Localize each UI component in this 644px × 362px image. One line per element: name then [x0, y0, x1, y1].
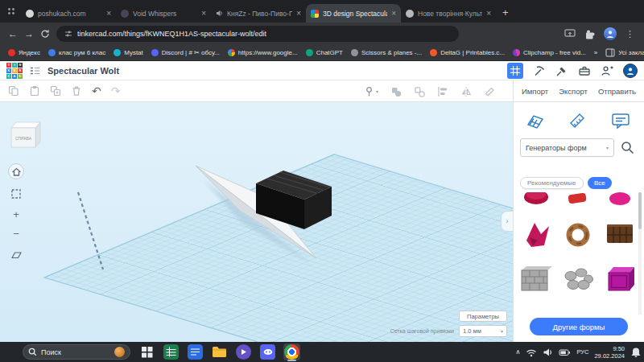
view-cube[interactable]: СПРАВА — [6, 117, 43, 152]
app-icon-chat[interactable] — [259, 343, 276, 360]
workplane-tool-icon[interactable] — [522, 110, 549, 131]
group-icon[interactable] — [390, 86, 402, 97]
perspective-toggle-button[interactable] — [8, 246, 24, 262]
tab-close-icon[interactable]: × — [201, 10, 206, 18]
mirror-flip-icon[interactable] — [460, 86, 472, 97]
zoom-out-button[interactable]: − — [8, 225, 24, 241]
align-icon[interactable] — [437, 86, 448, 97]
home-view-button[interactable] — [8, 163, 24, 179]
workplane-pin-dropdown[interactable]: ▾ — [364, 86, 378, 97]
bookmark-yandex[interactable]: Яндекс — [8, 49, 40, 56]
reload-button[interactable] — [40, 29, 50, 39]
shape-thumbnail-pink-blob[interactable] — [601, 192, 639, 208]
search-highlight-icon[interactable] — [114, 347, 125, 357]
browser-tab-tinkercad[interactable]: 3D design Spectacular Wolt × — [306, 4, 401, 23]
briefcase-icon[interactable] — [578, 64, 591, 77]
tab-search-icon[interactable] — [5, 5, 18, 18]
shape-generators-dropdown[interactable]: Генераторы форм ▾ — [520, 138, 614, 157]
forward-button[interactable]: → — [24, 29, 34, 39]
site-settings-icon[interactable] — [64, 30, 72, 38]
file-explorer-icon[interactable] — [211, 343, 228, 360]
panel-scrollbar[interactable] — [638, 192, 642, 315]
paste-icon[interactable] — [29, 85, 40, 97]
shape-thumbnail-chocolate-bar[interactable] — [601, 215, 639, 253]
shape-search-icon[interactable] — [621, 141, 634, 154]
extensions-puzzle-icon[interactable] — [584, 29, 595, 39]
design-title[interactable]: Spectacular Wolt — [47, 66, 119, 76]
export-button[interactable]: Экспорт — [559, 87, 588, 96]
bookmark-classroom[interactable]: клас рум 6 клас — [48, 49, 105, 56]
browser-tab-void-whispers[interactable]: Void Whispers × — [116, 4, 211, 23]
back-button[interactable]: ← — [8, 29, 18, 39]
profile-avatar[interactable] — [604, 27, 617, 40]
filter-tab-all[interactable]: Все — [588, 177, 612, 189]
duplicate-icon[interactable] — [50, 85, 61, 97]
app-icon-media[interactable] — [235, 343, 252, 360]
zoom-in-button[interactable]: + — [8, 206, 24, 222]
send-button[interactable]: Отправить — [598, 87, 636, 96]
undo-button[interactable]: ↶ — [92, 85, 101, 97]
ruler-helper-icon[interactable] — [564, 110, 591, 131]
chrome-icon[interactable] — [283, 343, 300, 360]
copy-icon[interactable] — [8, 85, 19, 97]
all-bookmarks-button[interactable]: Усі закладки — [605, 48, 644, 57]
shape-thumbnail-cobblestone[interactable] — [559, 260, 597, 298]
shape-thumbnail-bronze-knot[interactable] — [559, 215, 597, 253]
scrollbar-thumb[interactable] — [638, 192, 642, 229]
cast-icon[interactable] — [564, 29, 576, 39]
bookmarks-overflow-chevrons[interactable]: » — [594, 49, 597, 56]
taskbar-clock[interactable]: 9:50 29.02.2024 — [594, 345, 625, 360]
brick-build-icon[interactable] — [555, 64, 568, 77]
battery-icon[interactable] — [559, 348, 571, 357]
blocks-grid-button[interactable] — [507, 63, 523, 79]
browser-tab-poshukach[interactable]: poshukach.com × — [21, 4, 116, 23]
tinkercad-logo[interactable]: TIN KER CAD — [6, 63, 23, 79]
language-indicator[interactable]: РУС — [576, 348, 588, 356]
tab-close-icon[interactable]: × — [391, 10, 396, 18]
browser-tab-kulti[interactable]: Нове творіння·Культи × — [401, 4, 496, 23]
bookmark-clipchamp[interactable]: Clipchamp - free vid... — [513, 49, 586, 56]
notes-comment-icon[interactable] — [607, 110, 634, 131]
minecraft-pickaxe-icon[interactable] — [533, 64, 546, 77]
bookmark-chatgpt[interactable]: ChatGPT — [306, 49, 343, 56]
wifi-icon[interactable] — [526, 348, 537, 357]
bookmark-scissors[interactable]: Scissors & planes -... — [351, 49, 422, 56]
ruler-tool-icon[interactable] — [484, 86, 495, 97]
import-button[interactable]: Импорт — [522, 87, 548, 96]
url-omnibox[interactable]: tinkercad.com/things/fKWNEQ1H1AS-spectac… — [56, 26, 459, 42]
more-shapes-button[interactable]: Другие формы — [530, 318, 628, 335]
app-icon-document[interactable] — [187, 343, 204, 360]
bookmark-deltag[interactable]: DeltaG | Printables.c... — [430, 49, 505, 56]
taskbar-search-box[interactable]: Поиск — [23, 344, 130, 360]
filter-tab-recommended[interactable]: Рекомендуемые — [520, 177, 584, 189]
viewport-3d[interactable]: СПРАВА + − › Параметры Сетка шаговой при… — [0, 102, 513, 342]
bookmark-discord[interactable]: Discord | # ✂ обсу... — [151, 49, 220, 56]
shape-thumbnail-stone-wall[interactable] — [517, 260, 555, 298]
user-avatar[interactable] — [623, 64, 638, 78]
design-menu-icon[interactable] — [30, 66, 40, 76]
panel-collapse-handle[interactable]: › — [501, 211, 513, 232]
tab-close-icon[interactable]: × — [106, 10, 111, 18]
bookmark-mystat[interactable]: Mystat — [114, 49, 143, 56]
viewport-canvas[interactable] — [0, 102, 513, 342]
grid-params-button[interactable]: Параметры — [459, 311, 507, 322]
start-button[interactable] — [138, 343, 155, 360]
shape-thumbnail-purple-crate[interactable] — [601, 260, 639, 298]
tab-close-icon[interactable]: × — [296, 10, 301, 18]
delete-trash-icon[interactable] — [71, 85, 82, 97]
hidden-icons-chevron[interactable]: ∧ — [516, 348, 521, 356]
new-tab-button[interactable]: + — [502, 6, 509, 19]
tab-audio-icon[interactable] — [216, 10, 223, 17]
fit-view-button[interactable] — [8, 186, 24, 202]
shape-thumbnail-red-ribbon[interactable] — [559, 192, 597, 208]
bookmark-google[interactable]: https://www.google... — [228, 49, 298, 56]
ungroup-icon[interactable] — [414, 86, 425, 97]
snap-grid-dropdown[interactable]: 1.0 мм ▾ — [459, 325, 507, 337]
shape-thumbnail-pink-coral[interactable] — [517, 192, 555, 208]
browser-menu-button[interactable]: ⋮ — [625, 29, 634, 39]
shape-thumbnail-magenta-twist[interactable] — [517, 215, 555, 253]
share-person-icon[interactable] — [601, 64, 613, 77]
notification-bell-icon[interactable] — [630, 347, 642, 358]
speaker-icon[interactable] — [543, 348, 553, 357]
redo-button[interactable]: ↷ — [111, 85, 121, 97]
